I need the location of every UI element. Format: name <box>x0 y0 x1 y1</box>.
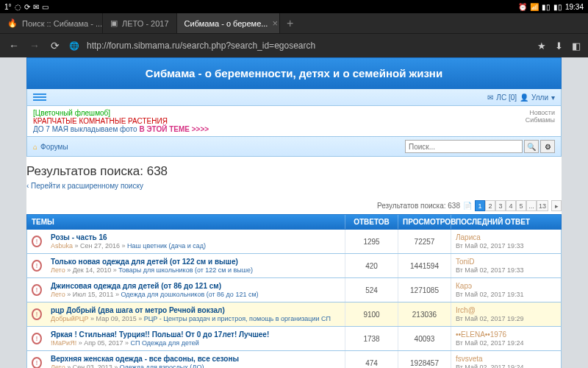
last-user-link[interactable]: Лариса <box>456 233 481 241</box>
last-time: Вт Май 02, 2017 19:33 <box>456 266 524 274</box>
table-row: !Джинсовая одежда для детей (от 86 до 12… <box>26 278 562 302</box>
forum-link[interactable]: РЦР - Центры раздач и пристроя, помощь в… <box>144 315 331 322</box>
topic-icon: ! <box>32 357 42 368</box>
topic-title[interactable]: Джинсовая одежда для детей (от 86 до 121… <box>51 282 340 290</box>
tab-strip: 🔥Поиск :: Сибмама - ... ▣ЛЕТО - 2017 Сиб… <box>0 13 588 34</box>
topic-title[interactable]: рцр Добрый (два шага от метро Речной вок… <box>51 306 340 314</box>
replies-cell: 1295 <box>345 230 398 253</box>
replies-cell: 524 <box>345 278 398 302</box>
topic-title[interactable]: Только новая одежда для детей (от 122 см… <box>51 258 340 266</box>
forum-link[interactable]: Одежда для взрослых (ДО) <box>120 364 204 368</box>
gear-button[interactable]: ⚙ <box>540 140 555 153</box>
th-replies: ОТВЕТОВ <box>345 215 398 229</box>
tab-2[interactable]: ▣ЛЕТО - 2017 <box>103 13 177 33</box>
close-icon[interactable]: × <box>272 18 278 29</box>
chevron-down-icon[interactable]: ▾ <box>551 93 555 102</box>
signal-icon: ▮▯ <box>542 3 551 11</box>
topic-icon: ! <box>32 333 42 344</box>
envelope-icon: ✉ <box>487 93 493 102</box>
forward-button[interactable]: → <box>28 40 41 52</box>
globe-icon: 🌐 <box>69 41 79 51</box>
forum-link[interactable]: Наш цветник (дача и сад) <box>127 242 206 250</box>
page-viewport: Сибмама - о беременности, детях и о семе… <box>0 57 588 368</box>
url-bar: ← → ⟳ 🌐 http://forum.sibmama.ru/search.p… <box>0 34 588 57</box>
time: 19:34 <box>565 3 584 11</box>
views-cell: 72257 <box>398 230 451 253</box>
last-user-link[interactable]: ••ELENA••1976 <box>456 330 506 339</box>
views-cell: 213036 <box>398 302 451 326</box>
views-cell: 40093 <box>398 327 451 350</box>
topic-icon: ! <box>32 260 42 272</box>
last-user-link[interactable]: Irch@ <box>456 306 476 314</box>
table-header: ТЕМЫ ОТВЕТОВ ПРОСМОТРОВ ПОСЛЕДНИЙ ОТВЕТ <box>26 214 562 230</box>
advanced-search-link[interactable]: ‹ Перейти к расширенному поиску <box>26 182 562 197</box>
forum-link[interactable]: СП Одежда для детей <box>131 339 199 347</box>
page-...[interactable]: ... <box>526 200 537 211</box>
flag-icon: ▭ <box>42 3 49 11</box>
news-line2: КРАПЧАТЫЕ КОМНАТНЫЕ РАСТЕНИЯ <box>33 117 209 125</box>
page-2[interactable]: 2 <box>485 200 495 211</box>
pager: Результатов поиска: 638 📄 12345...13 ▸ <box>26 197 562 214</box>
last-user-link[interactable]: fsvsveta <box>456 355 483 363</box>
table-row: !рцр Добрый (два шага от метро Речной во… <box>26 302 562 327</box>
home-icon: ⌂ <box>33 143 37 151</box>
topic-title[interactable]: Розы - часть 16 <box>51 233 340 241</box>
last-user-link[interactable]: ToniD <box>456 258 475 266</box>
reload-button[interactable]: ⟳ <box>49 40 62 52</box>
forums-link[interactable]: Форумы <box>40 143 68 151</box>
last-time: Вт Май 02, 2017 19:31 <box>456 291 524 298</box>
temp: 1° <box>4 3 12 11</box>
url-input[interactable]: http://forum.sibmama.ru/search.php?searc… <box>87 40 530 51</box>
search-input[interactable] <box>405 140 523 153</box>
page-1[interactable]: 1 <box>475 200 485 211</box>
sync-icon: ⟳ <box>24 3 30 11</box>
tab-label: Сибмама - о береме... <box>184 19 268 28</box>
back-button[interactable]: ← <box>7 40 21 52</box>
author-link[interactable]: Лето <box>51 364 65 368</box>
last-time: Вт Май 02, 2017 19:24 <box>456 364 524 368</box>
replies-cell: 474 <box>345 351 398 368</box>
star-button[interactable]: ★ <box>537 40 546 52</box>
table-row: !Только новая одежда для детей (от 122 с… <box>26 254 562 278</box>
alarm-icon: ⏰ <box>518 3 527 11</box>
forum-navbar: ⌂ Форумы 🔍 ⚙ <box>26 137 562 157</box>
new-tab-button[interactable]: + <box>280 13 301 33</box>
forum-link[interactable]: Одежда для дошкольников (от 86 до 121 см… <box>121 291 258 298</box>
news-link[interactable]: В ЭТОЙ ТЕМЕ >>>> <box>139 125 209 133</box>
author-link[interactable]: ДобрыйРЦР <box>51 315 89 322</box>
browser-chrome: 🔥Поиск :: Сибмама - ... ▣ЛЕТО - 2017 Сиб… <box>0 13 588 57</box>
tab-1[interactable]: 🔥Поиск :: Сибмама - ... <box>0 13 103 33</box>
next-page-button[interactable]: ▸ <box>551 200 562 211</box>
news-block: [Цветочный флешмоб] КРАПЧАТЫЕ КОМНАТНЫЕ … <box>26 106 562 137</box>
page-3[interactable]: 3 <box>495 200 506 211</box>
forum-link[interactable]: Товары для школьников (от 122 см и выше) <box>118 266 253 274</box>
page-13[interactable]: 13 <box>537 200 548 211</box>
news-line1[interactable]: [Цветочный флешмоб] <box>33 109 209 117</box>
last-user-link[interactable]: Карэ <box>456 282 472 290</box>
pager-icon[interactable]: 📄 <box>463 202 472 210</box>
lc-link[interactable]: ЛС [0] <box>496 93 517 102</box>
search-button[interactable]: 🔍 <box>524 140 539 153</box>
page-5[interactable]: 5 <box>516 200 526 211</box>
topic-icon: ! <box>32 308 42 320</box>
bookmark-button[interactable]: ◧ <box>572 40 581 52</box>
results-title: Результатов поиска: 638 <box>26 157 562 182</box>
author-link[interactable]: !МаРиЯ! <box>51 339 76 347</box>
table-row: !Верхняя женская одежда - все фасоны, вс… <box>26 351 562 368</box>
page-4[interactable]: 4 <box>506 200 516 211</box>
download-button[interactable]: ⬇ <box>555 40 563 52</box>
views-cell: 1271085 <box>398 278 451 302</box>
mail-icon: ✉ <box>33 3 39 11</box>
tab-3[interactable]: Сибмама - о береме...× <box>177 13 280 33</box>
replies-cell: 1738 <box>345 327 398 350</box>
wifi-icon: 📶 <box>530 3 539 11</box>
hamburger-icon[interactable] <box>33 92 46 102</box>
results-summary: Результатов поиска: 638 <box>377 202 460 210</box>
author-link[interactable]: Asbuka <box>51 242 73 250</box>
user-link[interactable]: Улли <box>531 93 548 102</box>
author-link[interactable]: Лето <box>51 266 65 274</box>
topic-title[interactable]: Верхняя женская одежда - все фасоны, все… <box>51 355 340 363</box>
topic-title[interactable]: Яркая ! Стильная! Турция!! Польша! От 0 … <box>51 330 340 339</box>
author-link[interactable]: Лето <box>51 291 65 298</box>
table-row: !Розы - часть 16Asbuka » Сен 27, 2016 » … <box>26 230 562 254</box>
